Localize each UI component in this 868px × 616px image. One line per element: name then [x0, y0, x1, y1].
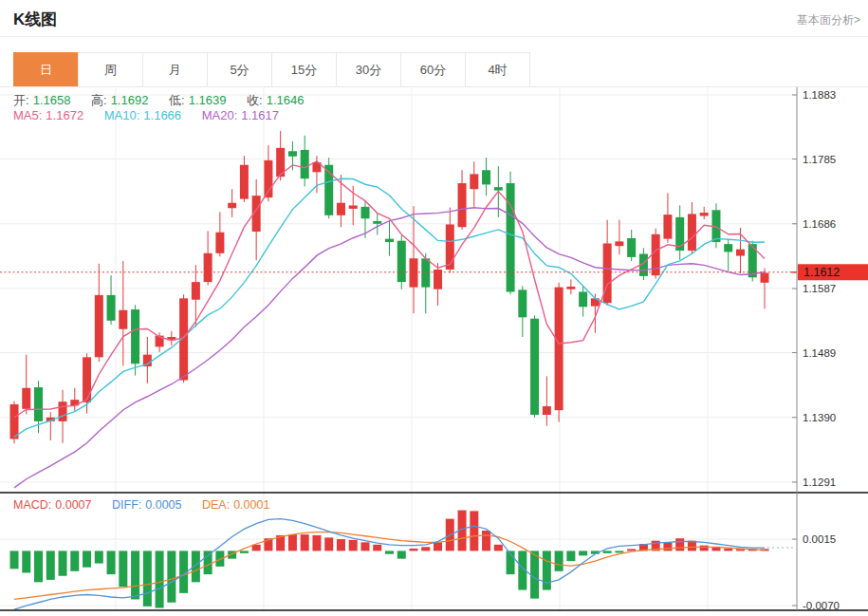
page-title: K线图: [13, 9, 57, 30]
macd-bar: [566, 551, 575, 561]
candlestick: [615, 241, 623, 246]
macd-bar: [724, 549, 732, 551]
macd-value: 0.0007: [55, 498, 91, 512]
macd-bar: [482, 531, 490, 551]
candlestick: [470, 174, 478, 189]
candlestick: [555, 288, 563, 411]
macd-bar: [615, 551, 623, 552]
fundamental-analysis-link[interactable]: 基本面分析>: [797, 12, 860, 28]
candlestick: [107, 295, 116, 321]
ma20-value: 1.1617: [241, 108, 279, 122]
candlestick: [83, 357, 91, 402]
price-axis-label: 1.1785: [803, 154, 836, 165]
macd-bar: [700, 546, 709, 551]
macd-bar: [70, 551, 79, 570]
macd-bar: [470, 511, 478, 551]
macd-bar: [421, 547, 430, 551]
high-value: 1.1692: [111, 93, 149, 107]
chart-area[interactable]: 开:1.1658 高:1.1692 低:1.1639 收:1.1646 MA5:…: [0, 87, 868, 616]
candlestick: [579, 291, 587, 307]
macd-bar: [131, 551, 139, 599]
macd-bar: [107, 551, 116, 574]
candlestick: [543, 406, 551, 415]
price-axis-label: 1.1489: [803, 347, 836, 359]
candlestick: [663, 215, 672, 239]
candlestick: [688, 214, 696, 251]
open-label: 开:: [13, 93, 29, 107]
macd-bar: [22, 551, 30, 572]
macd-bar: [410, 549, 418, 551]
candlestick: [204, 253, 212, 282]
candlestick: [518, 289, 526, 317]
candlestick: [228, 203, 236, 209]
candlestick: [627, 238, 636, 257]
tab-daily[interactable]: 日: [13, 52, 79, 87]
macd-bar: [167, 551, 175, 602]
candlestick: [421, 258, 430, 287]
candlestick: [494, 187, 503, 190]
ma10-line: [14, 178, 765, 437]
tab-4hour[interactable]: 4时: [465, 52, 530, 87]
macd-bar: [397, 551, 406, 558]
price-axis-label: 1.1390: [803, 412, 836, 423]
macd-bar: [156, 551, 164, 607]
macd-bar: [240, 551, 249, 552]
tab-60min[interactable]: 60分: [400, 52, 466, 87]
macd-bar: [579, 551, 587, 555]
price-axis-label: 1.1291: [803, 476, 836, 488]
candlestick-macd-chart[interactable]: 1.18831.17851.16861.15871.14891.13901.12…: [0, 87, 868, 616]
macd-bar: [434, 542, 442, 551]
candlestick: [59, 401, 67, 421]
dea-value: 0.0001: [233, 498, 269, 512]
candlestick: [95, 295, 103, 357]
candlestick: [240, 165, 249, 199]
macd-bar: [95, 551, 103, 563]
timeframe-tabs: 日周月5分15分30分60分4时: [13, 52, 530, 87]
tab-5min[interactable]: 5分: [207, 52, 272, 87]
macd-bar: [288, 534, 297, 551]
candlestick: [337, 203, 345, 215]
ohlc-readout: 开:1.1658 高:1.1692 低:1.1639 收:1.1646: [13, 92, 307, 109]
candlestick: [566, 287, 575, 289]
macd-bar: [555, 551, 563, 570]
tab-30min[interactable]: 30分: [336, 52, 401, 87]
candlestick: [301, 150, 309, 178]
tab-15min[interactable]: 15分: [271, 52, 337, 87]
candlestick: [192, 282, 200, 300]
close-label: 收:: [247, 93, 263, 107]
macd-readout: MACD:0.0007 DIFF:0.0005 DEA:0.0001: [13, 498, 273, 512]
price-axis-label: 1.1587: [803, 283, 836, 294]
diff-value: 0.0005: [145, 498, 181, 512]
macd-bar: [204, 551, 212, 574]
macd-bar: [312, 535, 321, 551]
macd-bar: [530, 551, 539, 598]
candlestick: [349, 205, 358, 208]
candlestick: [530, 319, 539, 415]
candlestick: [22, 388, 30, 409]
macd-bar: [337, 539, 345, 551]
tab-monthly[interactable]: 月: [142, 52, 208, 87]
low-value: 1.1639: [189, 93, 227, 107]
candlestick: [385, 239, 394, 242]
candlestick: [507, 183, 515, 291]
macd-bar: [143, 551, 152, 606]
price-axis-label: 1.1883: [803, 89, 836, 101]
ma10-label: MA10:: [104, 108, 140, 122]
low-label: 低:: [169, 93, 185, 107]
macd-bar: [301, 534, 309, 551]
candlestick: [131, 309, 139, 364]
macd-bar: [360, 542, 369, 551]
dea-label: DEA:: [202, 498, 230, 512]
macd-bar: [83, 551, 91, 567]
tab-weekly[interactable]: 周: [78, 52, 143, 87]
ma5-label: MA5:: [13, 108, 42, 122]
candlestick: [288, 151, 297, 157]
open-value: 1.1658: [33, 93, 71, 107]
candlestick: [360, 207, 369, 218]
macd-bar: [494, 545, 503, 551]
candlestick: [373, 221, 381, 224]
high-label: 高:: [91, 93, 107, 107]
macd-axis-label: -0.0070: [803, 600, 840, 611]
macd-bar: [46, 551, 55, 579]
candlestick: [482, 170, 490, 184]
